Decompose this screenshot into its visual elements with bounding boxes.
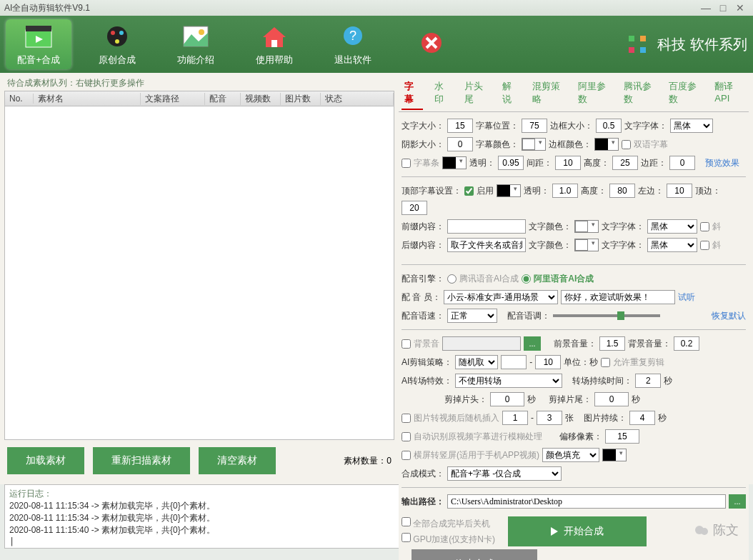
rotate-checkbox[interactable] — [402, 451, 411, 460]
bilingual-checkbox[interactable] — [622, 140, 631, 149]
ribbon-item-compose[interactable]: 配音+合成 — [6, 19, 71, 69]
suffix-color-picker[interactable]: ▾ — [574, 239, 599, 251]
start-compose-button[interactable]: 开始合成 — [508, 516, 647, 546]
margin-input[interactable] — [669, 156, 695, 170]
clip-strategy-select[interactable]: 随机取 — [455, 355, 498, 369]
fg-vol-input[interactable] — [599, 336, 625, 351]
img-from-input[interactable] — [502, 411, 528, 425]
suffix-italic-checkbox[interactable] — [700, 241, 709, 250]
tab-translate-api[interactable]: 翻译API — [712, 77, 746, 110]
allow-dup-checkbox[interactable] — [601, 358, 610, 367]
top-alpha-input[interactable] — [552, 184, 578, 198]
ribbon-item-original[interactable]: 原创合成 — [84, 22, 150, 66]
bg-vol-input[interactable] — [674, 336, 699, 351]
bgm-path-input[interactable] — [442, 336, 521, 351]
svg-point-5 — [119, 31, 124, 35]
fill-select[interactable]: 颜色填充 — [542, 448, 599, 462]
pitch-slider[interactable] — [553, 314, 660, 317]
top-color-picker[interactable]: ▾ — [497, 184, 521, 197]
subtitle-bar-checkbox[interactable] — [402, 159, 411, 168]
output-browse-button[interactable]: ... — [729, 494, 746, 509]
palette-icon — [101, 22, 133, 51]
engine-tencent-radio[interactable] — [447, 274, 457, 284]
svg-rect-17 — [640, 47, 646, 53]
img2vid-checkbox[interactable] — [402, 414, 411, 423]
svg-rect-10 — [271, 40, 277, 47]
ribbon: 配音+合成 原创合成 功能介绍 使用帮助 ? 退出软件 科技 软件系列 — [0, 16, 753, 73]
border-color-picker[interactable]: ▾ — [594, 138, 619, 151]
transition-dur-input[interactable] — [635, 374, 661, 388]
voice-sample-input[interactable] — [561, 290, 675, 304]
gpu-checkbox[interactable] — [402, 533, 411, 542]
engine-ali-radio[interactable] — [522, 274, 531, 284]
offset-input[interactable] — [605, 429, 639, 444]
cut-tail-input[interactable] — [594, 392, 629, 406]
rescan-material-button[interactable]: 重新扫描素材 — [93, 447, 190, 474]
voicer-select[interactable]: 小云-标准女声-通用场景 — [444, 290, 558, 304]
prefix-input[interactable] — [447, 219, 526, 234]
top-left-input[interactable] — [667, 184, 692, 198]
auto-blur-checkbox[interactable] — [402, 432, 411, 441]
maximize-icon[interactable]: □ — [714, 2, 732, 14]
alpha-input[interactable] — [498, 156, 524, 170]
bgm-browse-button[interactable]: ... — [524, 336, 541, 351]
prefix-font-select[interactable]: 黑体 — [647, 219, 697, 234]
tab-baidu-params[interactable]: 百度参数 — [666, 77, 703, 110]
tab-headtail[interactable]: 片头尾 — [462, 77, 491, 110]
shutdown-checkbox[interactable] — [402, 517, 411, 526]
prefix-color-picker[interactable]: ▾ — [574, 220, 599, 233]
bgm-checkbox[interactable] — [402, 339, 411, 349]
border-size-input[interactable] — [596, 119, 622, 133]
img-to-input[interactable] — [537, 411, 562, 425]
top-top-input[interactable] — [402, 201, 427, 215]
height-input[interactable] — [612, 156, 638, 170]
img-dur-input[interactable] — [629, 411, 655, 425]
cut-head-input[interactable] — [490, 392, 524, 406]
prefix-italic-checkbox[interactable] — [700, 222, 709, 231]
ribbon-item-usage[interactable]: ? 退出软件 — [320, 22, 386, 66]
output-path-input[interactable] — [447, 494, 726, 509]
bar-color-picker[interactable]: ▾ — [442, 156, 467, 169]
font-select[interactable]: 黑体 — [670, 119, 713, 133]
svg-point-6 — [115, 39, 119, 44]
clip-from-input[interactable] — [501, 355, 527, 369]
svg-point-8 — [199, 29, 204, 35]
picture-icon — [180, 22, 211, 51]
wechat-icon — [694, 523, 709, 537]
svg-text:?: ? — [349, 29, 356, 43]
shadow-size-input[interactable] — [447, 137, 473, 151]
font-size-input[interactable] — [447, 119, 473, 133]
listen-link[interactable]: 试听 — [678, 291, 695, 304]
preview-link[interactable]: 预览效果 — [705, 157, 739, 169]
minimize-icon[interactable]: — — [697, 2, 714, 14]
suffix-font-select[interactable]: 黑体 — [647, 238, 697, 252]
load-material-button[interactable]: 加载素材 — [7, 447, 84, 474]
ribbon-item-features[interactable]: 功能介绍 — [163, 22, 229, 66]
speed-select[interactable]: 正常 — [447, 309, 497, 323]
gap-input[interactable] — [555, 156, 581, 170]
ribbon-item-exit[interactable] — [399, 29, 464, 60]
reset-link[interactable]: 恢复默认 — [712, 310, 746, 322]
tab-mixstrategy[interactable]: 混剪策略 — [529, 77, 567, 110]
top-height-input[interactable] — [609, 184, 635, 198]
stop-compose-button[interactable]: 停止合成 — [412, 549, 537, 560]
ribbon-item-help[interactable]: 使用帮助 — [241, 22, 307, 66]
compose-mode-select[interactable]: 配音+字幕 -仅合成 — [447, 466, 562, 481]
tab-narration[interactable]: 解说 — [499, 77, 521, 110]
fill-color-picker[interactable]: ▾ — [602, 449, 627, 461]
top-enable-checkbox[interactable] — [464, 186, 474, 196]
suffix-input[interactable] — [447, 238, 526, 252]
subtitle-color-picker[interactable]: ▾ — [522, 138, 546, 151]
tab-watermark[interactable]: 水印 — [432, 77, 453, 110]
close-icon[interactable]: ✕ — [732, 2, 749, 14]
tab-ali-params[interactable]: 阿里参数 — [575, 77, 612, 110]
clip-to-input[interactable] — [535, 355, 561, 369]
clear-material-button[interactable]: 清空素材 — [199, 447, 276, 474]
table-body[interactable] — [4, 106, 394, 440]
ribbon-label: 配音+合成 — [6, 54, 71, 66]
tab-tencent-params[interactable]: 腾讯参数 — [621, 77, 658, 110]
tab-subtitle[interactable]: 字幕 — [402, 77, 423, 110]
ribbon-label: 退出软件 — [320, 54, 386, 66]
subtitle-pos-input[interactable] — [522, 119, 547, 133]
transition-select[interactable]: 不使用转场 — [455, 374, 562, 388]
